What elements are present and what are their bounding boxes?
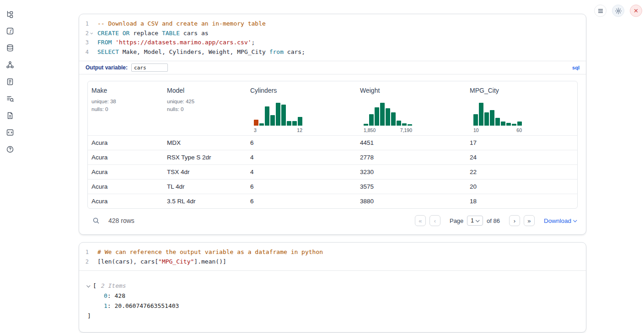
hist-bar (490, 110, 494, 126)
search-icon (92, 217, 100, 224)
column-header-make[interactable]: Make (88, 81, 163, 95)
gear-icon (615, 7, 622, 15)
column-header-model[interactable]: Model (163, 81, 247, 95)
tree-value: 428 (114, 292, 125, 299)
code-token: replace (129, 30, 161, 37)
hist-bar (259, 123, 264, 126)
table-cell: Acura (88, 136, 163, 150)
fold-indicator (89, 19, 95, 29)
file-tree-icon (6, 10, 14, 18)
hist-bar (265, 106, 269, 126)
fold-indicator (89, 248, 95, 257)
stat-nulls: nulls: 0 (91, 106, 160, 113)
code-token: FROM (97, 39, 112, 46)
line-number: 1 (79, 248, 89, 257)
output-variable-input[interactable] (131, 63, 168, 72)
table-cell: Acura (88, 150, 163, 164)
column-header-mpg-city[interactable]: MPG_City (466, 81, 577, 95)
previous-page-button[interactable]: ‹ (429, 215, 440, 226)
sidebar-item-datasources[interactable] (5, 43, 15, 53)
table-cell: Acura (88, 194, 163, 208)
code-token: cars; (284, 48, 305, 55)
code-text: CREATE OR replace TABLE cars as (95, 29, 209, 38)
code-snippet-icon (6, 128, 14, 137)
fold-indicator[interactable] (89, 29, 95, 38)
line-number: 3 (79, 38, 89, 48)
page-select[interactable]: 1 (467, 216, 483, 226)
hist-max-label: 12 (297, 127, 302, 133)
line-number: 2 (79, 29, 89, 38)
code-line: 3FROM 'https://datasets.marimo.app/cars.… (79, 38, 586, 48)
stat-unique: unique: 425 (167, 98, 243, 106)
fold-indicator (89, 257, 95, 267)
line-number: 4 (79, 48, 89, 57)
code-text: -- Download a CSV and create an in-memor… (95, 19, 266, 29)
download-button[interactable]: Download (544, 217, 577, 224)
close-button[interactable]: × (630, 5, 642, 17)
histogram-bars (254, 103, 302, 126)
hist-bar (270, 115, 275, 126)
sidebar-item-file-tree[interactable] (5, 9, 15, 19)
collapse-chevron-icon[interactable] (87, 285, 90, 287)
document-icon (6, 111, 14, 120)
code-token (112, 39, 115, 46)
code-line: 1-- Download a CSV and create an in-memo… (79, 19, 586, 29)
column-header-cylinders[interactable]: Cylinders (247, 81, 356, 95)
language-badge: sql (572, 65, 580, 70)
table-cell: RSX Type S 2dr (163, 150, 247, 164)
tree-open-bracket: [ (93, 281, 97, 291)
code-line: 2[len(cars), cars["MPG_City"].mean()] (79, 257, 586, 267)
hist-bar (501, 122, 505, 126)
marimo-notebook: { "accent_colors": { "hist_bar_green": "… (0, 0, 644, 333)
fold-indicator (89, 48, 95, 57)
hist-bar (287, 121, 291, 126)
column-histogram-weight: 1,850 7,190 (356, 95, 466, 135)
chevron-down-icon (476, 218, 479, 222)
sidebar-item-scratchpad[interactable] (5, 77, 15, 87)
stat-nulls: nulls: 0 (167, 106, 243, 113)
sidebar-item-documentation[interactable] (5, 111, 15, 121)
hist-bar (364, 124, 368, 126)
first-page-button[interactable]: « (415, 215, 426, 226)
sidebar-item-dependency-graph[interactable] (5, 60, 15, 70)
table-body: AcuraMDX6445117AcuraRSX Type S 2dr427782… (88, 135, 577, 208)
sidebar-item-table-of-contents[interactable] (5, 94, 15, 104)
settings-button[interactable] (612, 5, 624, 17)
sidebar-item-help[interactable] (5, 144, 15, 154)
histogram-bars (364, 103, 412, 126)
python-code-editor[interactable]: 1# We can reference the output variable … (79, 243, 586, 270)
output-variable-bar: Output variable: sql (79, 61, 586, 74)
sidebar-item-snippets[interactable] (5, 127, 15, 137)
hist-max-label: 60 (516, 127, 522, 133)
hist-min-label: 10 (473, 127, 479, 133)
column-header-weight[interactable]: Weight (356, 81, 466, 95)
code-token: -- Download a CSV and create an in-memor… (97, 20, 266, 27)
tree-items-count: 2 Items (101, 281, 126, 291)
histogram-axis-labels: 10 60 (473, 127, 522, 133)
page-total-label: of 86 (487, 217, 500, 224)
sidebar-item-functions[interactable]: f (5, 26, 15, 36)
histogram-axis-labels: 3 12 (254, 127, 302, 133)
code-token: [len(cars), cars[ (97, 258, 158, 265)
code-text: SELECT Make, Model, Cylinders, Weight, M… (95, 48, 305, 57)
next-page-button[interactable]: › (509, 215, 520, 226)
hist-bar (495, 118, 500, 126)
tree-entries: 0: 4281: 20.060747663551403 (87, 291, 578, 311)
code-token: "MPG_City" (158, 258, 194, 265)
code-text: # We can reference the output variable a… (95, 248, 323, 257)
column-stats-model: unique: 425 nulls: 0 (163, 95, 247, 135)
tree-key: 1 (104, 302, 107, 309)
column-stats-make: unique: 38 nulls: 0 (88, 95, 163, 135)
table-cell: TSX 4dr (163, 165, 247, 179)
table-cell: TL 4dr (163, 180, 247, 194)
menu-button[interactable] (594, 5, 606, 17)
data-table: Make Model Cylinders Weight MPG_City uni… (87, 81, 578, 209)
sql-code-editor[interactable]: 1-- Download a CSV and create an in-memo… (79, 14, 586, 61)
code-token: ].mean()] (194, 258, 226, 265)
tree-key: 0 (104, 292, 107, 299)
last-page-button[interactable]: » (524, 215, 535, 226)
code-token: CREATE (97, 30, 119, 37)
table-cell: 3.5 RL 4dr (163, 194, 247, 208)
help-icon (6, 145, 14, 153)
search-button[interactable] (91, 216, 101, 226)
